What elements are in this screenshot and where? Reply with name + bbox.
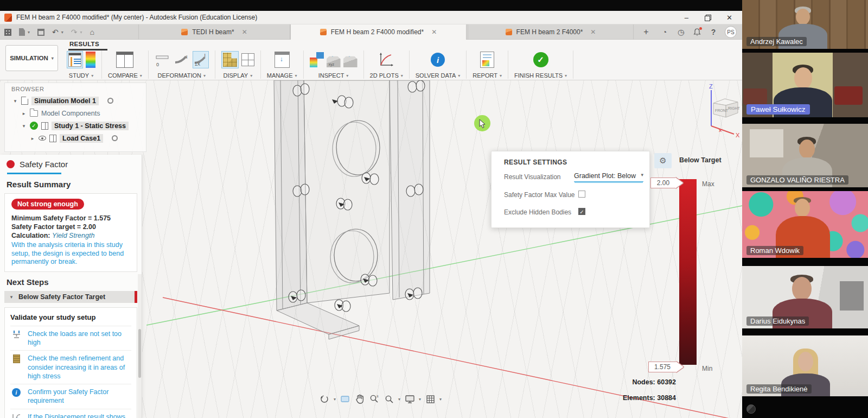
- video-tile[interactable]: Darius Eidukynas: [742, 266, 868, 328]
- deformation-undeformed-icon[interactable]: 0: [155, 51, 171, 68]
- legend-min-flag[interactable]: 1.575: [648, 362, 676, 372]
- ribbon-tab-results[interactable]: RESULTS: [69, 41, 99, 47]
- deformation-menu[interactable]: DEFORMATION▾: [158, 72, 206, 79]
- 2d-plots-menu[interactable]: 2D PLOTS▾: [370, 72, 403, 79]
- close-button[interactable]: ✕: [726, 14, 732, 22]
- inspect-results-icon[interactable]: [310, 52, 324, 67]
- zoom-icon[interactable]: ±: [369, 394, 380, 404]
- legend-gradient-bar[interactable]: [679, 179, 697, 365]
- tabbar: ▾ ↶▾ ↷▾ ⌂ TEDI H beam* ✕ FEM H beam 2 F4…: [0, 24, 742, 40]
- visibility-ring-icon[interactable]: [112, 135, 118, 141]
- tree-label: Simulation Model 1: [31, 97, 99, 105]
- orbit-caret-icon[interactable]: ▾: [334, 397, 336, 402]
- finish-results-menu[interactable]: FINISH RESULTS▾: [514, 72, 567, 79]
- orbit-icon[interactable]: [319, 394, 330, 404]
- next-step-item[interactable]: Check the loads are not set too high: [10, 326, 131, 351]
- visibility-ring-icon[interactable]: [107, 98, 113, 104]
- tree-row-model-components[interactable]: ▸ Model Components: [5, 107, 146, 119]
- deformation-actual-icon[interactable]: I: [174, 51, 190, 68]
- file-menu-icon[interactable]: [19, 28, 25, 36]
- home-icon[interactable]: ⌂: [90, 28, 94, 36]
- study-menu[interactable]: STUDY▾: [69, 72, 93, 79]
- document-tab-active[interactable]: FEM H beam 2 F4000 modified* ✕: [290, 24, 467, 40]
- below-target-collapsible[interactable]: ▾ Below Safety Factor Target: [4, 291, 137, 303]
- undo-caret-icon[interactable]: ▾: [61, 30, 63, 35]
- 2d-plots-icon[interactable]: [378, 51, 394, 68]
- legend-max-flag[interactable]: 2.00: [650, 178, 676, 188]
- compare-icon[interactable]: [116, 52, 133, 68]
- results-display-icon[interactable]: [241, 53, 254, 66]
- solver-data-info-icon[interactable]: i: [431, 53, 445, 67]
- display-menu[interactable]: DISPLAY▾: [223, 72, 252, 79]
- panel-scrollbar[interactable]: [138, 274, 142, 418]
- manage-menu[interactable]: MANAGE▾: [267, 72, 297, 79]
- finish-results-check-icon[interactable]: ✓: [533, 52, 548, 67]
- visualization-dropdown[interactable]: Gradient Plot: Below ▾: [574, 172, 643, 182]
- chevron-right-icon[interactable]: ▸: [30, 136, 35, 141]
- view-cube[interactable]: Z FRONT RIGHT X ✕: [688, 83, 748, 143]
- max-value-checkbox[interactable]: [578, 191, 585, 198]
- display-settings-icon[interactable]: [404, 394, 415, 404]
- extensions-icon[interactable]: ◔: [659, 27, 671, 37]
- pan-hand-icon[interactable]: [354, 394, 365, 404]
- solver-data-menu[interactable]: SOLVER DATA▾: [416, 72, 461, 79]
- report-menu[interactable]: REPORT▾: [473, 72, 502, 79]
- scrollbar-thumb[interactable]: [138, 329, 141, 378]
- legend-bar-icon[interactable]: [86, 52, 95, 68]
- study-settings-icon[interactable]: [67, 51, 83, 68]
- tree-row-study[interactable]: ▾ ✓ Study 1 - Static Stress: [5, 119, 146, 132]
- restore-button[interactable]: [705, 15, 710, 20]
- grid-caret-icon[interactable]: ▾: [439, 397, 442, 402]
- compare-menu[interactable]: COMPARE▾: [108, 72, 142, 79]
- new-tab-button[interactable]: +: [640, 27, 652, 37]
- point-probe-xyz-icon[interactable]: xyz: [327, 52, 341, 67]
- zoom-caret-icon[interactable]: ▾: [398, 397, 400, 402]
- video-tile[interactable]: Roman Wdowik: [742, 191, 868, 258]
- viewport-canvas[interactable]: BROWSER ▾ Simulation Model 1 ▸ Model Com…: [0, 80, 742, 418]
- eye-visibility-icon[interactable]: [39, 136, 46, 141]
- zoom-window-icon[interactable]: [384, 394, 394, 404]
- chevron-down-icon[interactable]: ▾: [12, 98, 18, 104]
- video-tile[interactable]: Andrzej Kawalec: [742, 0, 868, 49]
- video-tile[interactable]: Paweł Sułkowicz: [742, 53, 868, 117]
- help-icon[interactable]: ?: [707, 27, 719, 37]
- workspace-switcher[interactable]: SIMULATION ▾: [5, 45, 58, 71]
- tree-row-simulation-model[interactable]: ▾ Simulation Model 1: [5, 94, 146, 107]
- report-icon[interactable]: [480, 52, 494, 68]
- inspect-menu[interactable]: INSPECT▾: [318, 72, 349, 79]
- look-at-icon[interactable]: [340, 394, 350, 404]
- deformation-scaled-icon[interactable]: 1XI: [193, 51, 209, 68]
- study-icon: [41, 122, 48, 130]
- save-icon[interactable]: [37, 29, 44, 36]
- chevron-right-icon[interactable]: ▸: [21, 111, 27, 116]
- document-tab[interactable]: TEDI H beam* ✕: [138, 24, 290, 40]
- next-step-item[interactable]: Check the mesh refinement and consider i…: [10, 350, 131, 384]
- video-tile[interactable]: Regita Bendikienė: [742, 335, 868, 396]
- mesh-display-icon[interactable]: [221, 51, 239, 68]
- legend-settings-gear-icon[interactable]: ⚙: [654, 153, 672, 168]
- user-avatar[interactable]: PS: [725, 26, 737, 38]
- manage-icon[interactable]: [275, 52, 290, 68]
- video-tile[interactable]: GONZALO VALIÑO RIESTRA: [742, 124, 868, 187]
- tree-row-load-case[interactable]: ▸ Load Case1: [5, 132, 146, 144]
- close-icon[interactable]: ✕: [431, 28, 437, 36]
- minimize-button[interactable]: –: [685, 14, 688, 22]
- grid-snap-icon[interactable]: [425, 394, 436, 404]
- document-tab[interactable]: FEM H beam 2 F4000* ✕: [468, 24, 634, 40]
- next-step-item[interactable]: If the Displacement result shows high di…: [10, 409, 131, 418]
- display-caret-icon[interactable]: ▾: [419, 397, 421, 402]
- undo-icon[interactable]: ↶: [52, 28, 59, 36]
- exclude-hidden-checkbox[interactable]: ✓: [578, 208, 585, 215]
- chevron-down-icon[interactable]: ▾: [21, 123, 27, 129]
- notifications-bell-icon[interactable]: [691, 27, 703, 37]
- tab-label: FEM H beam 2 F4000 modified*: [331, 28, 424, 36]
- apps-grid-icon[interactable]: [4, 29, 11, 36]
- redo-caret-icon: ▾: [80, 30, 82, 35]
- file-menu-caret-icon[interactable]: ▾: [28, 30, 30, 35]
- next-step-item[interactable]: i Confirm your Safety Factor requirement: [10, 384, 131, 409]
- close-icon[interactable]: ✕: [590, 28, 596, 36]
- surface-probe-icon[interactable]: [343, 52, 358, 67]
- close-icon[interactable]: ✕: [242, 28, 247, 36]
- meeting-reaction-icon[interactable]: [746, 404, 756, 414]
- job-status-clock-icon[interactable]: ◷: [675, 27, 687, 37]
